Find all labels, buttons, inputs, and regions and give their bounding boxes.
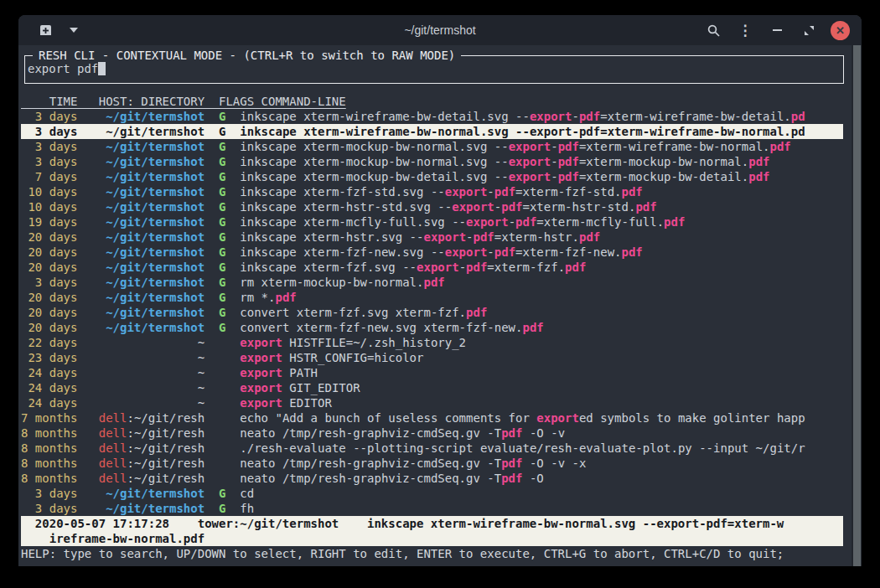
new-tab-button[interactable]: [35, 20, 55, 40]
history-row[interactable]: 3 days ~/git/termshot G inkscape xterm-w…: [21, 109, 843, 124]
history-row[interactable]: 20 days ~/git/termshot G rm *.pdf: [21, 290, 843, 305]
terminal-window: ~/git/termshot ⋮: [18, 15, 862, 566]
search-icon: [707, 23, 721, 38]
close-button[interactable]: ✕: [831, 21, 850, 40]
status-line-1: 2020-05-07 17:17:28 tower:~/git/termshot…: [21, 516, 843, 531]
restore-icon: [804, 25, 815, 36]
help-bar: HELP: type to search, UP/DOWN to select,…: [21, 546, 843, 561]
history-row[interactable]: 20 days ~/git/termshot G convert xterm-f…: [21, 320, 843, 335]
kebab-menu-icon: ⋮: [738, 23, 753, 38]
history-row[interactable]: 7 days ~/git/termshot G inkscape xterm-m…: [21, 169, 843, 184]
history-row[interactable]: 3 days ~/git/termshot G rm xterm-mockup-…: [21, 275, 843, 290]
history-row[interactable]: 8 months dell:~/git/resh neato /tmp/resh…: [21, 426, 843, 441]
history-row[interactable]: 20 days ~/git/termshot G inkscape xterm-…: [21, 260, 843, 275]
history-row[interactable]: 24 days ~ export GIT_EDITOR: [21, 380, 843, 395]
menu-button[interactable]: ⋮: [735, 20, 755, 40]
scrollbar[interactable]: [852, 45, 861, 566]
history-row[interactable]: 20 days ~/git/termshot G inkscape xterm-…: [21, 245, 843, 260]
chevron-down-icon: [70, 28, 78, 33]
history-row[interactable]: 20 days ~/git/termshot G inkscape xterm-…: [21, 230, 843, 245]
tab-dropdown-button[interactable]: [64, 20, 84, 40]
history-row[interactable]: 8 months dell:~/git/resh ./resh-evaluate…: [21, 441, 843, 456]
new-tab-icon: [39, 24, 53, 36]
search-panel-title: RESH CLI - CONTEXTUAL MODE - (CTRL+R to …: [33, 49, 461, 62]
restore-button[interactable]: [799, 20, 819, 40]
history-row[interactable]: 24 days ~ export EDITOR: [21, 395, 843, 410]
history-row[interactable]: 22 days ~ export HISTFILE=~/.zsh_history…: [21, 335, 843, 350]
history-table: TIME HOST: DIRECTORY FLAGS COMMAND-LINE …: [21, 94, 843, 561]
screen: ~/git/termshot ⋮: [0, 0, 880, 588]
minimize-button[interactable]: [767, 20, 787, 40]
history-row[interactable]: 3 days ~/git/termshot G fh: [21, 501, 843, 516]
minimize-icon: [773, 29, 782, 31]
history-row[interactable]: 23 days ~ export HSTR_CONFIG=hicolor: [21, 350, 843, 365]
history-row[interactable]: 3 days ~/git/termshot G inkscape xterm-w…: [21, 124, 843, 139]
history-row[interactable]: 3 days ~/git/termshot G inkscape xterm-m…: [21, 139, 843, 154]
text-cursor: [98, 62, 106, 75]
history-row[interactable]: 7 months dell:~/git/resh echo "Add a bun…: [21, 410, 843, 426]
history-rows: 3 days ~/git/termshot G inkscape xterm-w…: [21, 109, 843, 516]
history-row[interactable]: 3 days ~/git/termshot G inkscape xterm-m…: [21, 154, 843, 169]
table-header: TIME HOST: DIRECTORY FLAGS COMMAND-LINE: [21, 94, 843, 109]
status-bar: 2020-05-07 17:17:28 tower:~/git/termshot…: [21, 516, 843, 546]
history-row[interactable]: 19 days ~/git/termshot G inkscape xterm-…: [21, 214, 843, 230]
search-button[interactable]: [703, 20, 723, 40]
status-line-2: ireframe-bw-normal.pdf: [21, 531, 843, 546]
search-query: export pdf: [28, 62, 98, 75]
history-row[interactable]: 10 days ~/git/termshot G inkscape xterm-…: [21, 184, 843, 199]
history-row[interactable]: 10 days ~/git/termshot G inkscape xterm-…: [21, 199, 843, 214]
terminal-body: RESH CLI - CONTEXTUAL MODE - (CTRL+R to …: [18, 45, 862, 566]
history-row[interactable]: 24 days ~ export PATH: [21, 365, 843, 380]
history-row[interactable]: 8 months dell:~/git/resh neato /tmp/resh…: [21, 456, 843, 471]
titlebar-left-group: [35, 20, 84, 40]
history-row[interactable]: 20 days ~/git/termshot G convert xterm-f…: [21, 305, 843, 320]
titlebar: ~/git/termshot ⋮: [18, 15, 862, 45]
search-panel: RESH CLI - CONTEXTUAL MODE - (CTRL+R to …: [24, 55, 844, 84]
titlebar-right-group: ⋮ ✕: [703, 20, 850, 40]
close-icon: ✕: [836, 21, 845, 40]
history-row[interactable]: 8 months dell:~/git/resh neato /tmp/resh…: [21, 471, 843, 486]
history-row[interactable]: 3 days ~/git/termshot G cd: [21, 486, 843, 501]
